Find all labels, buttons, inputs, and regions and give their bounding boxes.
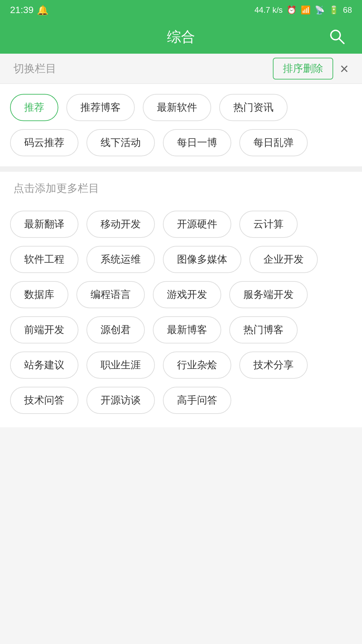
add-more-label: 点击添加更多栏目 xyxy=(13,181,349,196)
more-tab-mobile-dev[interactable]: 移动开发 xyxy=(86,211,155,238)
svg-line-1 xyxy=(339,39,344,44)
wifi-icon: 📶 xyxy=(301,5,311,15)
alarm-icon: ⏰ xyxy=(287,5,297,15)
app-header: 综合 xyxy=(0,20,362,54)
more-tabs-section: 最新翻译移动开发开源硬件云计算软件工程系统运维图像多媒体企业开发数据库编程语言游… xyxy=(0,207,362,427)
more-tab-open-hardware[interactable]: 开源硬件 xyxy=(163,211,231,238)
time-display: 21:39 xyxy=(10,5,34,15)
more-tab-server-dev[interactable]: 服务端开发 xyxy=(229,281,308,308)
active-tab-mayun-recommend[interactable]: 码云推荐 xyxy=(10,129,78,156)
more-tab-industry-misc[interactable]: 行业杂烩 xyxy=(163,352,231,379)
active-tab-daily-random[interactable]: 每日乱弹 xyxy=(239,129,308,156)
more-tab-original-creator[interactable]: 源创君 xyxy=(86,316,145,343)
search-button[interactable] xyxy=(325,25,349,49)
more-tab-hot-blog[interactable]: 热门博客 xyxy=(229,316,298,343)
add-more-section: 点击添加更多栏目 xyxy=(0,172,362,207)
more-tab-tech-sharing[interactable]: 技术分享 xyxy=(239,352,308,379)
more-tab-enterprise-dev[interactable]: 企业开发 xyxy=(249,246,318,273)
more-tab-cloud-computing[interactable]: 云计算 xyxy=(239,211,298,238)
status-right: 44.7 k/s ⏰ 📶 📡 🔋 68 xyxy=(254,5,352,15)
switch-bar: 切换栏目 排序删除 × xyxy=(0,54,362,84)
section-divider xyxy=(0,169,362,172)
status-bar: 21:39 🔔 44.7 k/s ⏰ 📶 📡 🔋 68 xyxy=(0,0,362,20)
more-tab-system-ops[interactable]: 系统运维 xyxy=(86,246,155,273)
battery-level: 68 xyxy=(343,5,352,15)
notification-icon: 🔔 xyxy=(37,5,49,16)
more-tab-career[interactable]: 职业生涯 xyxy=(86,352,155,379)
sort-delete-button[interactable]: 排序删除 xyxy=(273,58,333,79)
active-tab-hot-news[interactable]: 热门资讯 xyxy=(219,94,288,121)
more-tab-latest-translation[interactable]: 最新翻译 xyxy=(10,211,78,238)
active-tags-grid: 推荐推荐博客最新软件热门资讯码云推荐线下活动每日一博每日乱弹 xyxy=(10,94,352,156)
more-tags-grid: 最新翻译移动开发开源硬件云计算软件工程系统运维图像多媒体企业开发数据库编程语言游… xyxy=(10,211,352,414)
more-tab-tech-qa[interactable]: 技术问答 xyxy=(10,387,78,414)
more-tab-database[interactable]: 数据库 xyxy=(10,281,68,308)
status-left: 21:39 🔔 xyxy=(10,5,49,16)
more-tab-expert-qa[interactable]: 高手问答 xyxy=(163,387,231,414)
active-tab-recommend[interactable]: 推荐 xyxy=(10,94,58,121)
active-tabs-section: 推荐推荐博客最新软件热门资讯码云推荐线下活动每日一博每日乱弹 xyxy=(0,84,362,169)
search-icon xyxy=(328,28,345,45)
active-tab-offline-event[interactable]: 线下活动 xyxy=(86,129,155,156)
more-tab-game-dev[interactable]: 游戏开发 xyxy=(153,281,221,308)
battery-icon: 🔋 xyxy=(329,5,339,15)
signal-icon: 📡 xyxy=(315,5,325,15)
speed-display: 44.7 k/s xyxy=(254,5,283,15)
more-tab-image-multimedia[interactable]: 图像多媒体 xyxy=(163,246,241,273)
more-tab-latest-blog[interactable]: 最新博客 xyxy=(153,316,221,343)
more-tab-programming-lang[interactable]: 编程语言 xyxy=(76,281,145,308)
more-tab-open-source-interview[interactable]: 开源访谈 xyxy=(86,387,155,414)
active-tab-daily-blog[interactable]: 每日一博 xyxy=(163,129,231,156)
switch-bar-label: 切换栏目 xyxy=(13,61,56,76)
more-tab-frontend-dev[interactable]: 前端开发 xyxy=(10,316,78,343)
more-tab-site-suggestions[interactable]: 站务建议 xyxy=(10,352,78,379)
active-tab-recommend-blog[interactable]: 推荐博客 xyxy=(66,94,135,121)
close-button[interactable]: × xyxy=(340,61,349,76)
more-tab-software-engineering[interactable]: 软件工程 xyxy=(10,246,78,273)
page-title: 综合 xyxy=(167,28,195,46)
switch-bar-actions: 排序删除 × xyxy=(273,58,349,79)
active-tab-latest-software[interactable]: 最新软件 xyxy=(143,94,211,121)
